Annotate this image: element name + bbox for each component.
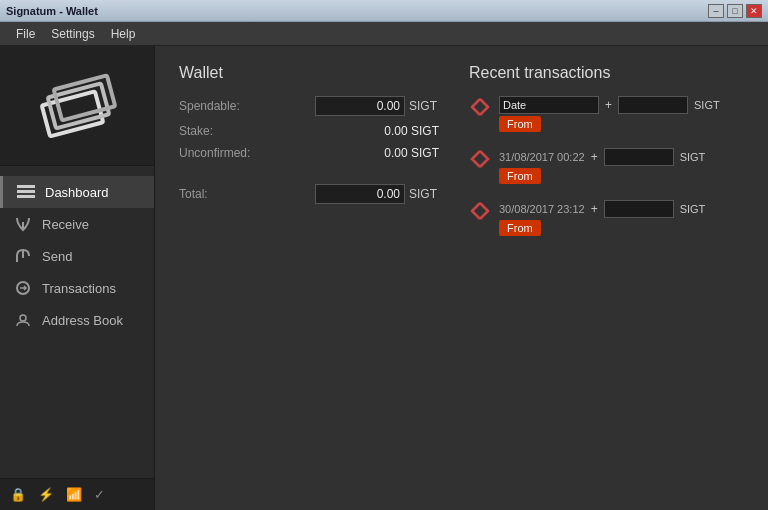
minimize-button[interactable]: –	[708, 4, 724, 18]
tx-date-row-1: + SIGT	[499, 96, 744, 114]
tx-info-1: + SIGT From	[499, 96, 744, 132]
transaction-row-3: 30/08/2017 23:12 + SIGT From	[469, 200, 744, 236]
tx-plus-3: +	[591, 202, 598, 216]
tx-date-text-3: 30/08/2017 23:12	[499, 203, 585, 215]
total-unit: SIGT	[409, 187, 439, 201]
maximize-button[interactable]: □	[727, 4, 743, 18]
send-icon	[14, 248, 32, 264]
content-columns: Wallet Spendable: SIGT Stake: 0.00 SIGT	[179, 64, 744, 252]
tx-plus-1: +	[605, 98, 612, 112]
tx-unit-3: SIGT	[680, 203, 706, 215]
tx-unit-2: SIGT	[680, 151, 706, 163]
tx-date-row-2: 31/08/2017 00:22 + SIGT	[499, 148, 744, 166]
sidebar-status-bar: 🔒 ⚡ 📶 ✓	[0, 478, 154, 510]
dashboard-icon	[17, 184, 35, 200]
menu-help[interactable]: Help	[103, 25, 144, 43]
app-logo	[37, 68, 117, 143]
spendable-label: Spendable:	[179, 99, 269, 113]
tx-unit-1: SIGT	[694, 99, 720, 111]
svg-point-9	[20, 315, 26, 321]
wallet-section: Wallet Spendable: SIGT Stake: 0.00 SIGT	[179, 64, 439, 252]
unconfirmed-label: Unconfirmed:	[179, 146, 269, 160]
svg-rect-5	[17, 195, 35, 198]
sidebar-item-addressbook[interactable]: Address Book	[0, 304, 154, 336]
tx-date-input-1[interactable]	[499, 96, 599, 114]
tx-from-button-1[interactable]: From	[499, 116, 541, 132]
transactions-section: Recent transactions +	[469, 64, 744, 252]
receive-label: Receive	[42, 217, 89, 232]
tx-amount-input-3[interactable]	[604, 200, 674, 218]
signal-icon: 📶	[66, 487, 82, 502]
window-controls: – □ ✕	[708, 4, 762, 18]
lock-icon: 🔒	[10, 487, 26, 502]
wallet-unconfirmed-row: Unconfirmed: 0.00 SIGT	[179, 146, 439, 160]
stake-value: 0.00 SIGT	[384, 124, 439, 138]
tx-from-button-3[interactable]: From	[499, 220, 541, 236]
sidebar-item-transactions[interactable]: Transactions	[0, 272, 154, 304]
title-bar: Signatum - Wallet – □ ✕	[0, 0, 768, 22]
spendable-unit: SIGT	[409, 99, 439, 113]
wallet-total-row: Total: SIGT	[179, 184, 439, 204]
tx-amount-input-1[interactable]	[618, 96, 688, 114]
tx-arrow-icon-3	[469, 200, 491, 222]
spendable-input[interactable]	[315, 96, 405, 116]
total-label: Total:	[179, 187, 269, 201]
svg-rect-3	[17, 185, 35, 188]
close-button[interactable]: ✕	[746, 4, 762, 18]
addressbook-icon	[14, 312, 32, 328]
tx-info-2: 31/08/2017 00:22 + SIGT From	[499, 148, 744, 184]
app-body: Dashboard Receive	[0, 46, 768, 510]
tx-date-text-2: 31/08/2017 00:22	[499, 151, 585, 163]
wallet-title: Wallet	[179, 64, 439, 82]
addressbook-label: Address Book	[42, 313, 123, 328]
sidebar-logo	[0, 46, 154, 166]
svg-rect-4	[17, 190, 35, 193]
stake-label: Stake:	[179, 124, 269, 138]
total-value-container: SIGT	[315, 184, 439, 204]
tx-plus-2: +	[591, 150, 598, 164]
tx-arrow-icon-1	[469, 96, 491, 118]
tx-date-row-3: 30/08/2017 23:12 + SIGT	[499, 200, 744, 218]
menu-settings[interactable]: Settings	[43, 25, 102, 43]
sidebar-item-send[interactable]: Send	[0, 240, 154, 272]
sidebar-navigation: Dashboard Receive	[0, 166, 154, 478]
tx-amount-input-2[interactable]	[604, 148, 674, 166]
receive-icon	[14, 216, 32, 232]
window-title: Signatum - Wallet	[6, 5, 98, 17]
sidebar: Dashboard Receive	[0, 46, 155, 510]
tx-arrow-icon-2	[469, 148, 491, 170]
spendable-value-container: SIGT	[315, 96, 439, 116]
main-content: Wallet Spendable: SIGT Stake: 0.00 SIGT	[155, 46, 768, 510]
send-label: Send	[42, 249, 72, 264]
dashboard-label: Dashboard	[45, 185, 109, 200]
sidebar-item-dashboard[interactable]: Dashboard	[0, 176, 154, 208]
transactions-icon	[14, 280, 32, 296]
lightning-icon: ⚡	[38, 487, 54, 502]
transaction-row-1: + SIGT From	[469, 96, 744, 132]
transactions-title: Recent transactions	[469, 64, 744, 82]
tx-info-3: 30/08/2017 23:12 + SIGT From	[499, 200, 744, 236]
sidebar-item-receive[interactable]: Receive	[0, 208, 154, 240]
transactions-label: Transactions	[42, 281, 116, 296]
total-input[interactable]	[315, 184, 405, 204]
unconfirmed-value: 0.00 SIGT	[384, 146, 439, 160]
menu-file[interactable]: File	[8, 25, 43, 43]
transaction-row-2: 31/08/2017 00:22 + SIGT From	[469, 148, 744, 184]
wallet-stake-row: Stake: 0.00 SIGT	[179, 124, 439, 138]
menu-bar: File Settings Help	[0, 22, 768, 46]
wallet-spendable-row: Spendable: SIGT	[179, 96, 439, 116]
tx-from-button-2[interactable]: From	[499, 168, 541, 184]
check-icon: ✓	[94, 487, 105, 502]
